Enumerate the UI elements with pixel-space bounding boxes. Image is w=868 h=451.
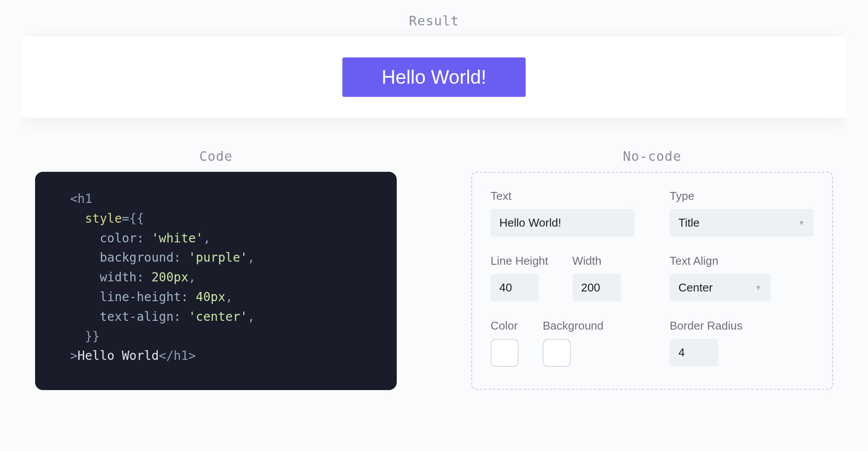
field-text: Text: [491, 189, 635, 237]
width-input[interactable]: [573, 274, 621, 302]
field-width: Width: [573, 254, 621, 302]
field-lineheight-width: Line Height Width: [491, 254, 635, 302]
line-height-label: Line Height: [491, 254, 548, 268]
field-color-bg: Color Background: [491, 319, 635, 367]
code-token: ,: [203, 231, 210, 245]
field-type: Type Title ▼: [670, 189, 814, 237]
text-align-select[interactable]: Center ▼: [670, 274, 771, 302]
chevron-down-icon: ▼: [755, 284, 762, 292]
code-token: 200px: [151, 270, 188, 284]
result-preview: Hello World!: [22, 36, 846, 118]
field-line-height: Line Height: [491, 254, 548, 302]
border-radius-input[interactable]: [670, 339, 718, 366]
code-token: background:: [100, 250, 181, 265]
code-token: }}: [85, 329, 100, 344]
width-label: Width: [573, 254, 621, 268]
code-token: text-align:: [100, 309, 181, 324]
color-swatch[interactable]: [491, 339, 519, 367]
field-color: Color: [491, 319, 519, 367]
color-label: Color: [491, 319, 519, 333]
field-border-radius: Border Radius: [670, 319, 814, 367]
code-token: 'white': [151, 231, 203, 245]
code-token: ,: [248, 250, 255, 265]
nocode-panel: Text Type Title ▼ Line Height: [471, 172, 833, 390]
type-select[interactable]: Title ▼: [670, 209, 814, 237]
nocode-column: No-code Text Type Title ▼: [471, 149, 833, 390]
border-radius-label: Border Radius: [670, 319, 814, 333]
type-label: Type: [670, 189, 814, 203]
code-token: >: [70, 348, 78, 363]
code-token: ={{: [122, 211, 144, 226]
text-input[interactable]: [491, 209, 635, 237]
line-height-input[interactable]: [491, 274, 539, 302]
field-background: Background: [543, 319, 604, 367]
code-token: ,: [189, 270, 196, 284]
result-section-label: Result: [22, 13, 846, 28]
field-text-align: Text Align Center ▼: [670, 254, 814, 302]
code-token: ,: [248, 309, 255, 324]
code-token: 'purple': [189, 250, 248, 265]
code-token: Hello World: [78, 348, 159, 363]
code-token: ,: [225, 290, 233, 304]
code-token: <h1: [70, 192, 92, 206]
background-swatch[interactable]: [543, 339, 571, 367]
text-label: Text: [491, 189, 635, 203]
code-token: line-height:: [100, 290, 188, 304]
code-token: 40px: [196, 290, 225, 304]
text-align-select-value: Center: [679, 281, 713, 295]
code-section-label: Code: [35, 149, 397, 164]
code-token: style: [85, 211, 122, 226]
code-token: width:: [100, 270, 144, 284]
code-editor[interactable]: <h1 style={{ color: 'white', background:…: [35, 172, 397, 390]
background-label: Background: [543, 319, 604, 333]
preview-heading: Hello World!: [342, 57, 526, 97]
chevron-down-icon: ▼: [798, 219, 805, 227]
code-token: </h1>: [159, 348, 196, 363]
code-token: 'center': [189, 309, 248, 324]
text-align-label: Text Align: [670, 254, 814, 268]
type-select-value: Title: [679, 216, 700, 230]
columns: Code <h1 style={{ color: 'white', backgr…: [22, 149, 846, 390]
code-token: color:: [100, 231, 144, 245]
nocode-section-label: No-code: [471, 149, 833, 164]
code-column: Code <h1 style={{ color: 'white', backgr…: [35, 149, 397, 390]
app-frame: Result Hello World! Code <h1 style={{ co…: [22, 13, 846, 390]
